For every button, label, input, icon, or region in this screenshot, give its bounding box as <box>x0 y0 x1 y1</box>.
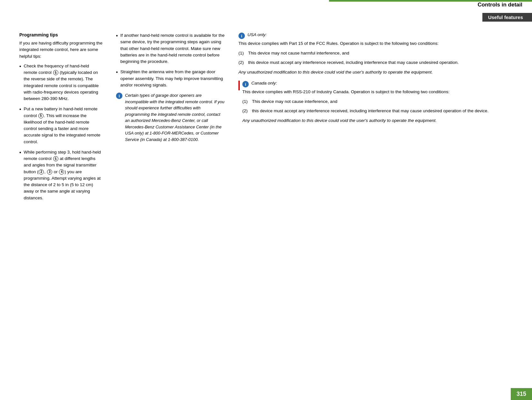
usa-footer: Any unauthorized modification to this de… <box>238 69 522 75</box>
right-column: i USA only: This device complies with Pa… <box>232 32 532 384</box>
programming-tips-heading: Programming tips <box>19 32 103 37</box>
canada-section: i Canada only: This device complies with… <box>238 81 522 128</box>
canada-conditions: (1) This device may not cause interferen… <box>242 98 522 114</box>
middle-column: If another hand-held remote control is a… <box>110 32 232 384</box>
canada-red-bar <box>238 81 240 90</box>
canada-intro: This device complies with RSS-210 of Ind… <box>242 89 522 95</box>
middle-info-text: Certain types of garage door openers are… <box>125 92 226 143</box>
controls-in-detail-label: Controls in detail <box>478 2 522 8</box>
usa-label: USA only: <box>247 32 267 37</box>
middle-bullet-1: If another hand-held remote control is a… <box>116 32 226 65</box>
middle-bullet-2: Straighten the antenna wire from the gar… <box>116 69 226 88</box>
canada-header: i Canada only: <box>242 81 522 87</box>
usa-section: i USA only: This device complies with Pa… <box>238 32 522 75</box>
useful-features-label: Useful features <box>488 15 523 20</box>
info-icon-middle: i <box>116 93 122 99</box>
programming-tips-bullets: Check the frequency of hand-held remote … <box>19 63 103 201</box>
bullet-3: While performing step 3, hold hand-held … <box>19 149 103 201</box>
left-column: Programming tips If you are having diffi… <box>0 32 110 384</box>
middle-bullets: If another hand-held remote control is a… <box>116 32 226 88</box>
canada-bar: i Canada only: This device complies with… <box>238 81 522 128</box>
canada-footer: Any unauthorized modification to this de… <box>242 117 522 124</box>
usa-header: i USA only: <box>238 32 522 39</box>
usa-condition-2: (2) this device must accept any interfer… <box>238 59 522 66</box>
usa-condition-1: (1) This device may not cause harmful in… <box>238 50 522 56</box>
circle-5-2: 5 <box>38 113 44 118</box>
bullet-2: Put a new battery in hand-held remote co… <box>19 106 103 145</box>
middle-info-box: i Certain types of garage door openers a… <box>116 92 226 143</box>
page-number: 315 <box>511 388 532 400</box>
usa-conditions: (1) This device may not cause harmful in… <box>238 50 522 66</box>
circle-5-1: 5 <box>53 70 58 75</box>
main-content: Programming tips If you are having diffi… <box>0 32 532 384</box>
circle-5-3: 5 <box>53 156 58 161</box>
canada-condition-2: (2) this device must accept any interfer… <box>242 108 522 114</box>
circle-3: 3 <box>47 169 52 175</box>
info-icon-usa: i <box>238 33 245 39</box>
bullet-1: Check the frequency of hand-held remote … <box>19 63 103 102</box>
header-row: Controls in detail <box>0 2 532 8</box>
canada-label: Canada only: <box>251 81 277 85</box>
info-icon-canada: i <box>242 81 249 87</box>
circle-4: 4 <box>59 169 64 175</box>
useful-features-bar: Useful features <box>482 13 532 22</box>
circle-2: 2 <box>39 169 44 175</box>
usa-intro: This device complies with Part 15 of the… <box>238 40 522 47</box>
canada-condition-1: (1) This device may not cause interferen… <box>242 98 522 105</box>
programming-tips-intro: If you are having difficulty programming… <box>19 40 103 60</box>
canada-content: i Canada only: This device complies with… <box>242 81 522 128</box>
